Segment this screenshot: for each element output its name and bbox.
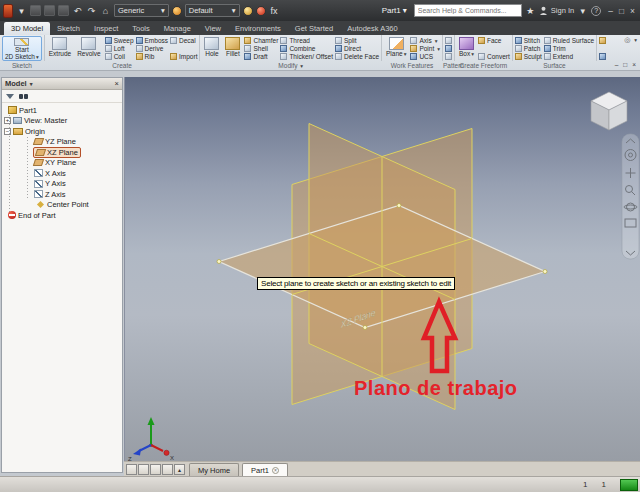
ribbon-display-toggle[interactable]: ◎ ▾	[624, 36, 637, 44]
doc-minimize-button[interactable]: –	[615, 61, 619, 68]
restore-button[interactable]: □	[619, 6, 624, 16]
sweep-button[interactable]: Sweep	[105, 37, 134, 45]
app-menu-arrow-icon[interactable]: ▾	[16, 5, 27, 16]
direct-button[interactable]: Direct	[335, 45, 379, 53]
tab-close-icon[interactable]: ×	[272, 467, 279, 474]
tab-my-home[interactable]: My Home	[189, 463, 239, 476]
find-icon[interactable]	[19, 94, 28, 99]
home-icon[interactable]: ⌂	[100, 5, 111, 16]
trim-button[interactable]: Trim	[544, 45, 594, 53]
fillet-button[interactable]: Fillet	[223, 36, 242, 61]
tree-item-end-of-part[interactable]: End of Part	[8, 210, 122, 221]
tab-part1[interactable]: Part1 ×	[242, 463, 288, 476]
print-3d-button[interactable]	[599, 53, 606, 61]
emboss-button[interactable]: Emboss	[136, 37, 168, 45]
tile-windows-icon[interactable]	[138, 464, 149, 475]
rib-button[interactable]: Rib	[136, 53, 168, 61]
adjust-ball-icon[interactable]	[256, 6, 266, 16]
chevron-down-icon[interactable]: ▾	[30, 81, 33, 87]
filter-icon[interactable]	[6, 94, 14, 99]
split-button[interactable]: Split	[335, 37, 379, 45]
tab-autodesk-a360[interactable]: Autodesk A360	[340, 22, 404, 35]
appearance-selector[interactable]: Default ▾	[185, 4, 240, 17]
doc-restore-button[interactable]: □	[623, 61, 627, 68]
chevron-down-icon[interactable]: ▾	[577, 5, 588, 16]
tree-item-yz-plane[interactable]: YZ Plane	[34, 137, 122, 148]
plastic-part-button[interactable]	[599, 37, 606, 45]
thicken-offset-button[interactable]: Thicken/ Offset	[280, 53, 333, 61]
convert-button[interactable]: Convert	[478, 53, 510, 61]
tab-3d-model[interactable]: 3D Model	[4, 22, 50, 35]
stitch-button[interactable]: Stitch	[515, 37, 542, 45]
save-icon[interactable]	[58, 5, 69, 16]
start-2d-sketch-button[interactable]: Start 2D Sketch▾	[2, 36, 42, 61]
expand-tabs-icon[interactable]: ▴	[174, 464, 185, 475]
open-file-icon[interactable]	[44, 5, 55, 16]
tree-item-part1[interactable]: Part1	[8, 105, 122, 116]
search-input[interactable]	[414, 4, 522, 17]
material-selector[interactable]: Generic ▾	[114, 4, 169, 17]
import-button[interactable]: Import	[170, 53, 197, 61]
face-button[interactable]: Face	[478, 37, 510, 45]
hole-button[interactable]: Hole	[202, 36, 221, 61]
ruled-surface-button[interactable]: Ruled Surface	[544, 37, 594, 45]
tree-item-xz-plane[interactable]: XZ Plane	[33, 147, 122, 158]
shell-button[interactable]: Shell	[244, 45, 278, 53]
decal-button[interactable]: Decal	[170, 37, 197, 45]
arrange-windows-icon[interactable]	[150, 464, 161, 475]
tab-manage[interactable]: Manage	[157, 22, 198, 35]
tree-item-center-point[interactable]: Center Point	[36, 200, 122, 211]
sculpt-button[interactable]: Sculpt	[515, 53, 542, 61]
parameters-fx-icon[interactable]: fx	[269, 5, 280, 16]
plane-button[interactable]: Plane▾	[384, 36, 408, 61]
tab-view[interactable]: View	[198, 22, 228, 35]
box-button[interactable]: Box▾	[457, 36, 476, 61]
cascade-windows-icon[interactable]	[126, 464, 137, 475]
axis-button[interactable]: Axis▾	[410, 37, 440, 45]
viewport-3d[interactable]: XZ Plane	[124, 77, 640, 461]
rectangular-pattern-button[interactable]	[445, 37, 452, 45]
tab-sketch[interactable]: Sketch	[50, 22, 87, 35]
delete-face-button[interactable]: Delete Face	[335, 53, 379, 61]
patch-button[interactable]: Patch	[515, 45, 542, 53]
undo-icon[interactable]: ↶	[72, 5, 83, 16]
draft-button[interactable]: Draft	[244, 53, 278, 61]
star-favorites-icon[interactable]: ★	[525, 5, 536, 16]
extend-button[interactable]: Extend	[544, 53, 594, 61]
navigation-bar[interactable]	[622, 134, 639, 259]
circular-pattern-button[interactable]	[445, 45, 452, 53]
derive-button[interactable]: Derive	[136, 45, 168, 53]
app-menu-icon[interactable]	[3, 4, 13, 18]
switch-windows-icon[interactable]	[162, 464, 173, 475]
loft-button[interactable]: Loft	[105, 45, 134, 53]
tree-item-xy-plane[interactable]: XY Plane	[34, 158, 122, 169]
tree-item-y-axis[interactable]: Y Axis	[34, 179, 122, 190]
browser-close-icon[interactable]: ×	[115, 79, 119, 88]
panel-label-modify[interactable]: Modify ▾	[200, 61, 381, 70]
chamfer-button[interactable]: Chamfer	[244, 37, 278, 45]
tree-item-x-axis[interactable]: X Axis	[34, 168, 122, 179]
tab-inspect[interactable]: Inspect	[87, 22, 125, 35]
material-ball-icon[interactable]	[172, 6, 182, 16]
tab-get-started[interactable]: Get Started	[288, 22, 340, 35]
close-button[interactable]: ×	[630, 6, 635, 16]
combine-button[interactable]: Combine	[280, 45, 333, 53]
extrude-button[interactable]: Extrude	[47, 36, 73, 61]
thread-button[interactable]: Thread	[280, 37, 333, 45]
appearance-ball-icon[interactable]	[243, 6, 253, 16]
tab-tools[interactable]: Tools	[125, 22, 157, 35]
coil-button[interactable]: Coil	[105, 53, 134, 61]
point-button[interactable]: Point▾	[410, 45, 440, 53]
minimize-button[interactable]: –	[608, 6, 613, 16]
doc-close-button[interactable]: ×	[632, 61, 636, 68]
tab-environments[interactable]: Environments	[228, 22, 288, 35]
help-icon[interactable]: ?	[591, 6, 601, 16]
sign-in-button[interactable]: Sign In	[551, 6, 574, 15]
viewcube[interactable]	[591, 92, 627, 130]
revolve-button[interactable]: Revolve	[75, 36, 102, 61]
tree-item-view-master[interactable]: + View: Master	[4, 116, 122, 127]
tree-item-origin[interactable]: − Origin	[4, 126, 122, 137]
ucs-button[interactable]: UCS	[410, 53, 440, 61]
redo-icon[interactable]: ↷	[86, 5, 97, 16]
mirror-button[interactable]	[445, 53, 452, 61]
